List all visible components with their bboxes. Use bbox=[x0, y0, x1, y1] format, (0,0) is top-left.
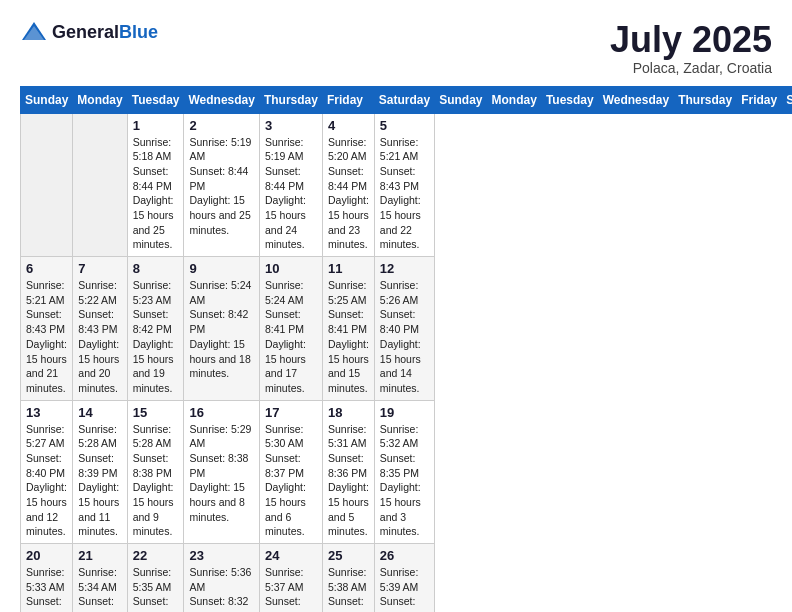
cell-details: Sunrise: 5:24 AM Sunset: 8:41 PM Dayligh… bbox=[265, 278, 317, 396]
calendar-cell: 21Sunrise: 5:34 AM Sunset: 8:34 PM Dayli… bbox=[73, 544, 127, 612]
header-monday: Monday bbox=[73, 86, 127, 113]
calendar-cell bbox=[73, 113, 127, 257]
calendar-cell: 9Sunrise: 5:24 AM Sunset: 8:42 PM Daylig… bbox=[184, 257, 259, 401]
header-thursday: Thursday bbox=[259, 86, 322, 113]
calendar-cell: 6Sunrise: 5:21 AM Sunset: 8:43 PM Daylig… bbox=[21, 257, 73, 401]
day-number: 7 bbox=[78, 261, 121, 276]
cell-details: Sunrise: 5:20 AM Sunset: 8:44 PM Dayligh… bbox=[328, 135, 369, 253]
header-saturday: Saturday bbox=[374, 86, 434, 113]
day-number: 26 bbox=[380, 548, 429, 563]
cell-details: Sunrise: 5:28 AM Sunset: 8:39 PM Dayligh… bbox=[78, 422, 121, 540]
cell-details: Sunrise: 5:31 AM Sunset: 8:36 PM Dayligh… bbox=[328, 422, 369, 540]
calendar-week-4: 20Sunrise: 5:33 AM Sunset: 8:35 PM Dayli… bbox=[21, 544, 793, 612]
calendar-week-3: 13Sunrise: 5:27 AM Sunset: 8:40 PM Dayli… bbox=[21, 400, 793, 544]
day-number: 14 bbox=[78, 405, 121, 420]
day-number: 18 bbox=[328, 405, 369, 420]
calendar-cell: 14Sunrise: 5:28 AM Sunset: 8:39 PM Dayli… bbox=[73, 400, 127, 544]
day-number: 12 bbox=[380, 261, 429, 276]
calendar-cell bbox=[21, 113, 73, 257]
col-header-saturday: Saturday bbox=[782, 86, 792, 113]
header-sunday: Sunday bbox=[21, 86, 73, 113]
day-number: 24 bbox=[265, 548, 317, 563]
day-number: 10 bbox=[265, 261, 317, 276]
calendar-cell: 4Sunrise: 5:20 AM Sunset: 8:44 PM Daylig… bbox=[322, 113, 374, 257]
day-number: 19 bbox=[380, 405, 429, 420]
col-header-sunday: Sunday bbox=[435, 86, 487, 113]
calendar-table: SundayMondayTuesdayWednesdayThursdayFrid… bbox=[20, 86, 792, 612]
calendar-cell: 19Sunrise: 5:32 AM Sunset: 8:35 PM Dayli… bbox=[374, 400, 434, 544]
day-number: 9 bbox=[189, 261, 253, 276]
day-number: 3 bbox=[265, 118, 317, 133]
logo-general: General bbox=[52, 22, 119, 42]
calendar-cell: 17Sunrise: 5:30 AM Sunset: 8:37 PM Dayli… bbox=[259, 400, 322, 544]
logo: GeneralBlue bbox=[20, 20, 158, 44]
calendar-cell: 12Sunrise: 5:26 AM Sunset: 8:40 PM Dayli… bbox=[374, 257, 434, 401]
calendar-cell: 7Sunrise: 5:22 AM Sunset: 8:43 PM Daylig… bbox=[73, 257, 127, 401]
calendar-cell: 20Sunrise: 5:33 AM Sunset: 8:35 PM Dayli… bbox=[21, 544, 73, 612]
logo-icon bbox=[20, 20, 48, 44]
header-friday: Friday bbox=[322, 86, 374, 113]
cell-details: Sunrise: 5:32 AM Sunset: 8:35 PM Dayligh… bbox=[380, 422, 429, 540]
cell-details: Sunrise: 5:22 AM Sunset: 8:43 PM Dayligh… bbox=[78, 278, 121, 396]
day-number: 1 bbox=[133, 118, 179, 133]
calendar-cell: 24Sunrise: 5:37 AM Sunset: 8:31 PM Dayli… bbox=[259, 544, 322, 612]
calendar-cell: 26Sunrise: 5:39 AM Sunset: 8:29 PM Dayli… bbox=[374, 544, 434, 612]
day-number: 4 bbox=[328, 118, 369, 133]
cell-details: Sunrise: 5:37 AM Sunset: 8:31 PM Dayligh… bbox=[265, 565, 317, 612]
calendar-week-1: 1Sunrise: 5:18 AM Sunset: 8:44 PM Daylig… bbox=[21, 113, 793, 257]
cell-details: Sunrise: 5:38 AM Sunset: 8:30 PM Dayligh… bbox=[328, 565, 369, 612]
cell-details: Sunrise: 5:21 AM Sunset: 8:43 PM Dayligh… bbox=[380, 135, 429, 253]
logo-blue: Blue bbox=[119, 22, 158, 42]
day-number: 8 bbox=[133, 261, 179, 276]
cell-details: Sunrise: 5:21 AM Sunset: 8:43 PM Dayligh… bbox=[26, 278, 67, 396]
header-tuesday: Tuesday bbox=[127, 86, 184, 113]
cell-details: Sunrise: 5:29 AM Sunset: 8:38 PM Dayligh… bbox=[189, 422, 253, 525]
cell-details: Sunrise: 5:33 AM Sunset: 8:35 PM Dayligh… bbox=[26, 565, 67, 612]
col-header-wednesday: Wednesday bbox=[598, 86, 673, 113]
calendar-cell: 5Sunrise: 5:21 AM Sunset: 8:43 PM Daylig… bbox=[374, 113, 434, 257]
day-number: 20 bbox=[26, 548, 67, 563]
day-number: 23 bbox=[189, 548, 253, 563]
logo-text: GeneralBlue bbox=[52, 22, 158, 43]
cell-details: Sunrise: 5:19 AM Sunset: 8:44 PM Dayligh… bbox=[189, 135, 253, 238]
cell-details: Sunrise: 5:35 AM Sunset: 8:33 PM Dayligh… bbox=[133, 565, 179, 612]
calendar-cell: 18Sunrise: 5:31 AM Sunset: 8:36 PM Dayli… bbox=[322, 400, 374, 544]
col-header-friday: Friday bbox=[737, 86, 782, 113]
day-number: 17 bbox=[265, 405, 317, 420]
cell-details: Sunrise: 5:27 AM Sunset: 8:40 PM Dayligh… bbox=[26, 422, 67, 540]
day-number: 16 bbox=[189, 405, 253, 420]
calendar-cell: 25Sunrise: 5:38 AM Sunset: 8:30 PM Dayli… bbox=[322, 544, 374, 612]
month-title: July 2025 bbox=[610, 20, 772, 60]
header-wednesday: Wednesday bbox=[184, 86, 259, 113]
cell-details: Sunrise: 5:19 AM Sunset: 8:44 PM Dayligh… bbox=[265, 135, 317, 253]
day-number: 21 bbox=[78, 548, 121, 563]
calendar-cell: 16Sunrise: 5:29 AM Sunset: 8:38 PM Dayli… bbox=[184, 400, 259, 544]
cell-details: Sunrise: 5:26 AM Sunset: 8:40 PM Dayligh… bbox=[380, 278, 429, 396]
day-number: 25 bbox=[328, 548, 369, 563]
location-subtitle: Polaca, Zadar, Croatia bbox=[610, 60, 772, 76]
day-number: 22 bbox=[133, 548, 179, 563]
col-header-thursday: Thursday bbox=[674, 86, 737, 113]
cell-details: Sunrise: 5:36 AM Sunset: 8:32 PM Dayligh… bbox=[189, 565, 253, 612]
cell-details: Sunrise: 5:18 AM Sunset: 8:44 PM Dayligh… bbox=[133, 135, 179, 253]
calendar-cell: 13Sunrise: 5:27 AM Sunset: 8:40 PM Dayli… bbox=[21, 400, 73, 544]
title-area: July 2025 Polaca, Zadar, Croatia bbox=[610, 20, 772, 76]
col-header-tuesday: Tuesday bbox=[541, 86, 598, 113]
cell-details: Sunrise: 5:24 AM Sunset: 8:42 PM Dayligh… bbox=[189, 278, 253, 381]
calendar-cell: 3Sunrise: 5:19 AM Sunset: 8:44 PM Daylig… bbox=[259, 113, 322, 257]
cell-details: Sunrise: 5:30 AM Sunset: 8:37 PM Dayligh… bbox=[265, 422, 317, 540]
calendar-cell: 8Sunrise: 5:23 AM Sunset: 8:42 PM Daylig… bbox=[127, 257, 184, 401]
calendar-cell: 10Sunrise: 5:24 AM Sunset: 8:41 PM Dayli… bbox=[259, 257, 322, 401]
calendar-cell: 23Sunrise: 5:36 AM Sunset: 8:32 PM Dayli… bbox=[184, 544, 259, 612]
calendar-cell: 11Sunrise: 5:25 AM Sunset: 8:41 PM Dayli… bbox=[322, 257, 374, 401]
calendar-header-row: SundayMondayTuesdayWednesdayThursdayFrid… bbox=[21, 86, 793, 113]
calendar-cell: 22Sunrise: 5:35 AM Sunset: 8:33 PM Dayli… bbox=[127, 544, 184, 612]
day-number: 2 bbox=[189, 118, 253, 133]
calendar-cell: 1Sunrise: 5:18 AM Sunset: 8:44 PM Daylig… bbox=[127, 113, 184, 257]
day-number: 11 bbox=[328, 261, 369, 276]
page-header: GeneralBlue July 2025 Polaca, Zadar, Cro… bbox=[20, 20, 772, 76]
cell-details: Sunrise: 5:34 AM Sunset: 8:34 PM Dayligh… bbox=[78, 565, 121, 612]
cell-details: Sunrise: 5:28 AM Sunset: 8:38 PM Dayligh… bbox=[133, 422, 179, 540]
calendar-cell: 15Sunrise: 5:28 AM Sunset: 8:38 PM Dayli… bbox=[127, 400, 184, 544]
calendar-cell: 2Sunrise: 5:19 AM Sunset: 8:44 PM Daylig… bbox=[184, 113, 259, 257]
